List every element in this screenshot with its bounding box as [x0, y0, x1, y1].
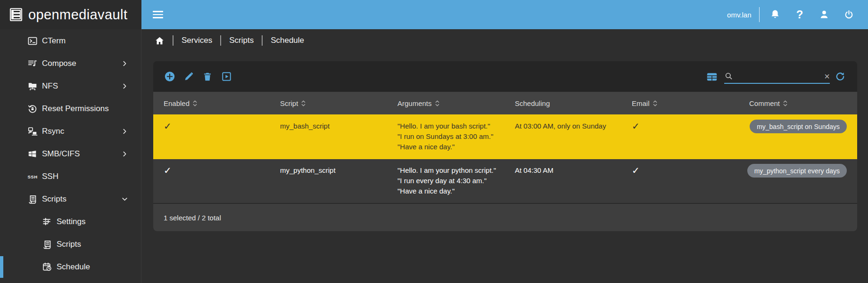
sidebar-item-label: Scripts — [42, 194, 66, 204]
notifications-bell-icon[interactable] — [768, 8, 782, 22]
column-grid-icon[interactable] — [706, 71, 718, 82]
arguments-cell: "Hello. I am your python script." "I run… — [387, 159, 504, 203]
console-icon — [27, 35, 38, 47]
sidebar-item-smb-cifs[interactable]: SMB/CIFS — [0, 143, 141, 165]
windows-icon — [27, 148, 38, 160]
sidebar-item-nfs[interactable]: NFS — [0, 75, 141, 97]
home-icon[interactable] — [155, 36, 165, 46]
email-checkmark-icon: ✓ — [621, 159, 739, 203]
breadcrumb-services[interactable]: Services — [182, 36, 212, 45]
script-icon — [41, 239, 53, 250]
breadcrumb-separator — [262, 35, 263, 46]
sort-icon — [783, 100, 787, 107]
hostname: omv.lan — [727, 11, 751, 19]
logo[interactable]: openmediavault — [0, 0, 141, 29]
sidebar-item-label: CTerm — [42, 36, 66, 46]
sidebar-item-label: NFS — [42, 81, 58, 91]
sidebar-item-label: SMB/CIFS — [42, 149, 80, 159]
sidebar-item-label: Compose — [42, 59, 76, 68]
scheduling-cell: At 03:00 AM, only on Sunday — [504, 114, 621, 159]
breadcrumb-separator — [220, 35, 221, 46]
sidebar-item-scripts-scripts[interactable]: Scripts — [0, 233, 141, 256]
comment-chip: my_bash_script on Sundays — [750, 120, 847, 133]
sidebar-item-label: Schedule — [57, 262, 90, 272]
chevron-down-icon — [122, 196, 128, 202]
column-header-enabled[interactable]: Enabled — [153, 92, 270, 114]
restore-lock-icon — [27, 103, 38, 114]
sidebar-item-scripts[interactable]: Scripts — [0, 188, 141, 210]
toolbar-right-group: × — [706, 70, 846, 84]
chevron-right-icon — [122, 151, 128, 157]
logo-text: openmediavault — [28, 7, 127, 23]
chevron-right-icon — [122, 83, 128, 89]
email-checkmark-icon: ✓ — [621, 114, 739, 159]
sort-icon — [193, 100, 197, 107]
schedule-panel: × Enabled Script Arguments Sche — [153, 61, 857, 231]
edit-pencil-icon[interactable] — [183, 71, 194, 82]
topbar-divider — [759, 7, 760, 22]
computers-sync-icon — [27, 126, 38, 137]
sort-icon — [435, 100, 439, 107]
help-icon[interactable]: ? — [793, 8, 807, 22]
script-icon — [27, 194, 38, 205]
sidebar-item-label: Settings — [57, 217, 85, 226]
clear-search-icon[interactable]: × — [824, 70, 830, 82]
arguments-cell: "Hello. I am your bash script." "I run o… — [387, 114, 504, 159]
sort-icon — [301, 100, 306, 107]
breadcrumb-schedule[interactable]: Schedule — [271, 36, 304, 45]
power-icon[interactable] — [842, 8, 856, 22]
calendar-clock-icon — [41, 261, 53, 273]
breadcrumb-separator — [173, 35, 174, 46]
sidebar-item-label: Rsync — [42, 127, 64, 136]
search-field: × — [724, 70, 830, 84]
scheduling-cell: At 04:30 AM — [504, 159, 621, 203]
tune-icon — [41, 216, 53, 227]
column-header-comment[interactable]: Comment — [739, 92, 857, 114]
user-icon[interactable] — [817, 8, 831, 22]
sidebar-item-label: SSH — [42, 172, 58, 181]
search-input[interactable] — [736, 71, 820, 82]
top-bar: openmediavault omv.lan ? — [0, 0, 868, 29]
sidebar-item-scripts-schedule[interactable]: Schedule — [0, 256, 141, 278]
ssh-text-icon: SSH — [27, 171, 38, 182]
sort-icon — [653, 100, 657, 107]
top-bar-blue: omv.lan ? — [141, 0, 868, 29]
comment-chip: my_python_script every days — [747, 164, 847, 178]
sidebar-item-compose[interactable]: Compose — [0, 52, 141, 75]
column-header-email[interactable]: Email — [621, 92, 739, 114]
openmediavault-logo-icon — [8, 6, 25, 23]
playlist-music-icon — [27, 58, 38, 69]
table-footer: 1 selected / 2 total — [153, 204, 857, 231]
sidebar-item-rsync[interactable]: Rsync — [0, 120, 141, 143]
sidebar-item-cterm[interactable]: CTerm — [0, 30, 141, 52]
sidebar-item-reset-permissions[interactable]: Reset Permissions — [0, 97, 141, 120]
refresh-icon[interactable] — [835, 71, 846, 82]
app-window: openmediavault omv.lan ? — [0, 0, 868, 283]
folder-network-icon — [27, 81, 38, 92]
column-header-script[interactable]: Script — [270, 92, 387, 114]
chevron-right-icon — [122, 61, 128, 67]
table-row[interactable]: ✓ my_bash_script "Hello. I am your bash … — [153, 114, 857, 159]
chevron-right-icon — [122, 129, 128, 135]
script-name: my_python_script — [270, 159, 387, 203]
selection-count: 1 selected / 2 total — [164, 214, 221, 222]
add-circle-icon[interactable] — [164, 71, 175, 82]
sidebar: CTerm Compose — [0, 29, 141, 283]
breadcrumb-scripts[interactable]: Scripts — [229, 36, 254, 45]
comment-cell: my_bash_script on Sundays — [739, 114, 857, 159]
enabled-checkmark-icon: ✓ — [153, 114, 270, 159]
table-header-row: Enabled Script Arguments Scheduling Emai… — [153, 92, 857, 114]
column-header-scheduling[interactable]: Scheduling — [504, 92, 621, 114]
sidebar-item-scripts-settings[interactable]: Settings — [0, 210, 141, 233]
search-icon — [724, 72, 733, 81]
run-play-box-icon[interactable] — [221, 71, 232, 82]
column-header-arguments[interactable]: Arguments — [387, 92, 504, 114]
table-row[interactable]: ✓ my_python_script "Hello. I am your pyt… — [153, 159, 857, 203]
sidebar-item-label: Scripts — [57, 240, 81, 249]
menu-icon[interactable] — [153, 11, 163, 18]
enabled-checkmark-icon: ✓ — [153, 159, 270, 203]
breadcrumb: Services Scripts Schedule — [141, 29, 868, 52]
script-name: my_bash_script — [270, 114, 387, 159]
sidebar-item-ssh[interactable]: SSH SSH — [0, 165, 141, 188]
delete-trash-icon[interactable] — [202, 71, 213, 82]
